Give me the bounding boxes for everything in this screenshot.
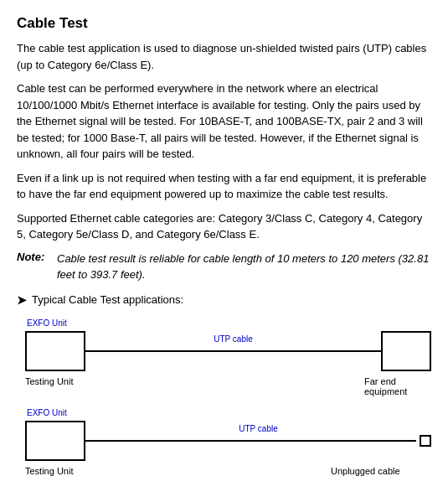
exfo-label-1: EXFO Unit bbox=[27, 318, 94, 328]
diagram-2-row: UTP cable bbox=[25, 419, 431, 463]
far-end-box bbox=[381, 331, 431, 371]
paragraph-4: Supported Ethernet cable categories are:… bbox=[17, 210, 431, 243]
unplugged-container: UTP cable bbox=[85, 421, 431, 461]
diagram-2: EXFO Unit UTP cable Testing Unit Unplugg… bbox=[25, 408, 431, 476]
diagram-1-row: UTP cable bbox=[25, 329, 431, 373]
bottom-labels-1: Testing Unit Far end equipment bbox=[25, 376, 431, 396]
testing-unit-label-2: Testing Unit bbox=[25, 466, 92, 476]
paragraph-1: The cable test application is used to di… bbox=[17, 40, 431, 73]
exfo-label-2: EXFO Unit bbox=[27, 408, 94, 417]
testing-unit-box-2 bbox=[25, 421, 85, 461]
cable-line-container-1: UTP cable bbox=[85, 331, 381, 371]
typical-header: ➤ Typical Cable Test applications: bbox=[17, 293, 431, 307]
testing-unit-label-1: Testing Unit bbox=[25, 376, 92, 386]
unplugged-label: Unplugged cable bbox=[331, 466, 431, 476]
cable-label-1: UTP cable bbox=[214, 334, 253, 344]
bottom-labels-2: Testing Unit Unplugged cable bbox=[25, 466, 431, 476]
note-label: Note: bbox=[17, 251, 54, 263]
cable-line-1 bbox=[85, 350, 381, 352]
typical-label: Typical Cable Test applications: bbox=[32, 293, 183, 306]
cable-label-2: UTP cable bbox=[239, 424, 278, 433]
diagram-1: EXFO Unit UTP cable Testing Unit Far end… bbox=[25, 318, 431, 396]
note-block: Note: Cable test result is reliable for … bbox=[17, 251, 431, 283]
diagrams-container: EXFO Unit UTP cable Testing Unit Far end… bbox=[17, 318, 431, 479]
testing-unit-box-1 bbox=[25, 331, 85, 371]
paragraph-2: Cable test can be performed everywhere i… bbox=[17, 80, 431, 163]
unplugged-line bbox=[85, 440, 416, 442]
far-end-label: Far end equipment bbox=[364, 376, 431, 396]
unplugged-square bbox=[420, 435, 431, 447]
paragraph-3: Even if a link up is not required when t… bbox=[17, 170, 431, 203]
note-text: Cable test result is reliable for cable … bbox=[57, 251, 431, 283]
page-title: Cable Test bbox=[17, 15, 431, 32]
arrow-icon: ➤ bbox=[17, 293, 27, 307]
